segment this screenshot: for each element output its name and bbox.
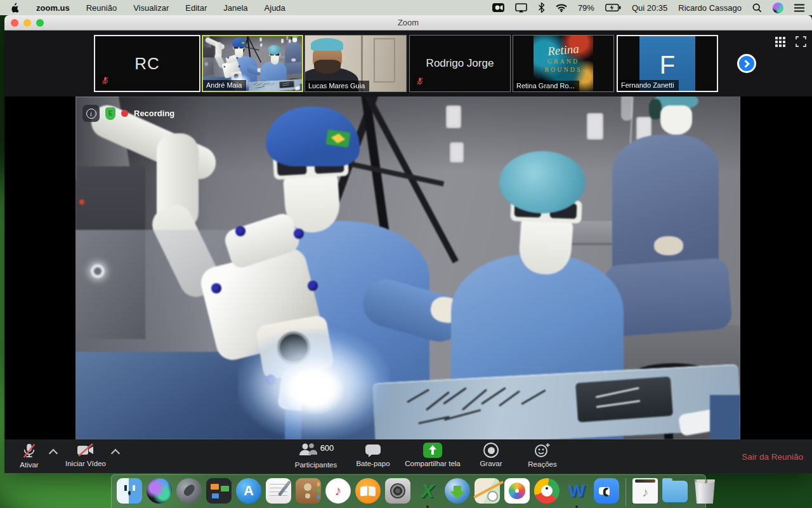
excel-icon[interactable]	[415, 478, 440, 504]
mission-control-icon[interactable]	[206, 478, 232, 504]
record-button[interactable]: Gravar	[471, 443, 511, 467]
menu-reuniao[interactable]: Reunião	[86, 3, 117, 13]
screen: zoom.us Reunião Visualizar Editar Janela…	[0, 0, 812, 508]
photos-icon[interactable]	[504, 478, 530, 504]
participant-tile-rodrigo[interactable]: Rodrigo Jorge	[409, 35, 511, 92]
video-muted-icon	[76, 443, 95, 458]
fullscreen-icon[interactable]	[796, 36, 806, 50]
observer-mask	[292, 37, 298, 42]
active-speaker-video[interactable]: i E Recording	[75, 97, 740, 439]
menu-bar-left: zoom.us Reunião Visualizar Editar Janela…	[0, 3, 285, 13]
menu-ajuda[interactable]: Ajuda	[265, 3, 285, 13]
zoom-maximize-button[interactable]	[36, 19, 44, 27]
recording-dot-icon	[121, 110, 128, 117]
unmute-label: Ativar	[20, 461, 38, 469]
battery-percentage: 79%	[578, 3, 594, 13]
surgery-video-frame	[75, 97, 740, 439]
menu-app-name[interactable]: zoom.us	[36, 3, 70, 13]
microscope-knob	[235, 226, 246, 236]
zoom-status-icon[interactable]	[492, 3, 504, 12]
microscope-knob	[224, 66, 225, 68]
maps-icon[interactable]	[475, 478, 500, 504]
traffic-lights	[11, 19, 44, 27]
brazil-flag	[326, 130, 351, 148]
siri-icon[interactable]	[773, 3, 783, 13]
wall-outlet	[450, 142, 464, 163]
menu-clock[interactable]: Qui 20:35	[632, 3, 667, 13]
meeting-info-button[interactable]: i	[82, 105, 100, 122]
minimize-button[interactable]	[23, 19, 31, 27]
system-preferences-icon[interactable]	[385, 478, 410, 504]
participant-tile-rc[interactable]: RC	[94, 35, 200, 92]
menu-janela[interactable]: Janela	[223, 3, 247, 13]
internet-download-icon[interactable]	[445, 478, 470, 504]
chat-label: Bate-papo	[356, 460, 390, 467]
reactions-label: Reações	[528, 460, 556, 468]
launchpad-icon[interactable]	[176, 478, 202, 504]
downloads-folder-icon[interactable]	[662, 481, 688, 502]
start-video-button[interactable]: Iniciar Vídeo	[60, 443, 111, 467]
recording-indicator-row: i E Recording	[82, 105, 174, 122]
gallery-view-icon[interactable]	[775, 37, 778, 39]
record-label: Gravar	[480, 460, 502, 467]
bluetooth-icon[interactable]	[538, 3, 545, 13]
microscope-knob	[237, 57, 238, 59]
mic-muted-icon	[22, 443, 37, 459]
muted-mic-icon	[99, 74, 112, 87]
mic-options-chevron[interactable]	[49, 449, 58, 458]
menu-editar[interactable]: Editar	[185, 3, 207, 13]
notification-center-icon[interactable]	[794, 4, 804, 12]
window-title-bar[interactable]: Zoom	[4, 15, 812, 30]
word-icon[interactable]	[564, 478, 589, 504]
close-button[interactable]	[11, 19, 18, 27]
participant-name-label: Fernando Zanetti	[618, 80, 679, 91]
menu-user-name[interactable]: Ricardo Cassago	[678, 3, 742, 13]
music-file-icon[interactable]	[632, 478, 658, 504]
participants-button[interactable]: 600 Participantes	[285, 443, 346, 469]
video-options-chevron[interactable]	[111, 449, 120, 458]
app-store-icon[interactable]	[236, 478, 261, 504]
leave-meeting-button[interactable]: Sair da Reunião	[742, 451, 803, 461]
participant-tile-lucas[interactable]: Lucas Mares Guia	[304, 35, 407, 92]
ibooks-icon[interactable]	[355, 478, 381, 504]
unmute-button[interactable]: Ativar	[11, 443, 48, 469]
textedit-icon[interactable]	[266, 478, 291, 504]
finder-icon[interactable]	[117, 478, 142, 504]
menu-visualizar[interactable]: Visualizar	[133, 3, 169, 13]
participant-tile-fernando[interactable]: F Fernando Zanetti	[617, 35, 718, 92]
next-participants-button[interactable]	[737, 54, 756, 73]
reactions-icon	[534, 443, 551, 458]
apple-menu-icon[interactable]	[11, 3, 20, 13]
equipment-indicator-light	[204, 53, 204, 53]
encryption-shield-icon[interactable]: E	[105, 107, 115, 120]
start-video-label: Iniciar Vídeo	[65, 460, 106, 467]
wall-outlet	[260, 43, 262, 46]
assistant-bouffant-cap	[499, 151, 586, 213]
recording-label: Recording	[134, 109, 174, 118]
spotlight-search-icon[interactable]	[752, 3, 762, 13]
participant-name-label: Retina Grand Ro...	[513, 81, 579, 91]
chrome-icon[interactable]	[534, 478, 560, 504]
observer-hands	[654, 236, 683, 255]
battery-charging-icon[interactable]	[605, 4, 621, 11]
reactions-button[interactable]: Reações	[520, 443, 565, 468]
chat-button[interactable]: Bate-papo	[350, 443, 396, 467]
itunes-icon[interactable]	[325, 478, 351, 504]
microscope-knob	[308, 281, 318, 291]
dock-separator	[625, 478, 626, 506]
contacts-icon[interactable]	[296, 478, 321, 504]
participant-tile-retina-grand-rounds[interactable]: Retina GRAND ROUNDS Retina Grand Ro...	[513, 35, 614, 92]
share-screen-label: Compartilhar tela	[405, 460, 461, 467]
zoom-app-icon[interactable]	[594, 478, 619, 504]
instrument-tray	[279, 81, 294, 88]
participant-tile-andre-maia[interactable]: André Maia	[202, 35, 303, 92]
lucas-wall-frame	[374, 38, 395, 83]
microscope-knob	[239, 65, 240, 67]
wifi-icon[interactable]	[556, 4, 567, 12]
microscope-knob	[227, 57, 228, 58]
share-screen-button[interactable]: Compartilhar tela	[395, 443, 471, 467]
zoom-window: Zoom RC	[4, 15, 812, 473]
display-airplay-icon[interactable]	[515, 3, 527, 13]
muted-mic-icon	[414, 75, 426, 88]
siri-dock-icon[interactable]	[147, 478, 172, 504]
